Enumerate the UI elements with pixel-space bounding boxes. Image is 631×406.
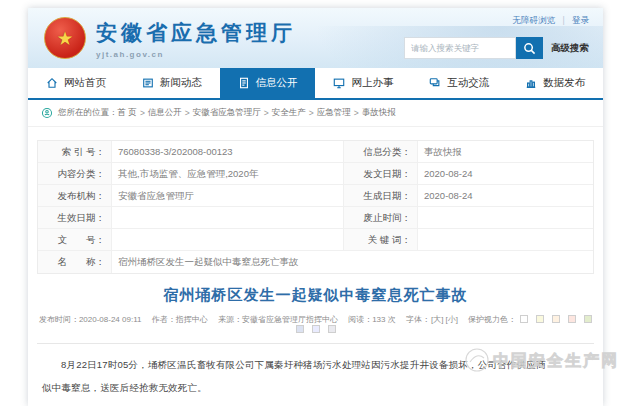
content-category-label: 内容分类： [38,163,112,185]
breadcrumb: 您所在的位置： 首 页 > 信息公开 > 安徽省应急管理厅 > 安全生产 > 应… [28,100,603,127]
article-body: 8月22日17时05分，埇桥区温氏畜牧有限公司下属秦圩种猪场污水处理站因污水提升… [28,353,603,399]
nav-label: 网站首页 [64,76,106,90]
nav-item-home[interactable]: 网站首页 [28,68,124,98]
eye-color-swatch[interactable] [584,315,592,323]
read-count: 阅读：133 次 [348,315,396,324]
page: ★ 安徽省应急管理厅 yjt.ah.gov.cn 无障碍浏览 | 登录 高级搜索 [0,0,631,406]
index-number-label: 索 引 号： [38,141,112,163]
breadcrumb-work-safety[interactable]: 安全生产 [272,107,306,119]
national-emblem-logo: ★ [44,17,86,59]
expiry-date-label: 废止时间： [344,207,418,229]
table-row: 发布机构： 安徽省应急管理厅 生成日期： 2020-08-24 [38,185,593,207]
eye-color-swatch[interactable] [296,325,304,333]
keywords-value [418,229,593,251]
link-separator: | [562,15,564,25]
site-title: 安徽省应急管理厅 [96,19,296,47]
nav-item-data-release[interactable]: 数据发布 [507,68,603,98]
table-row: 生效日期： 废止时间： [38,207,593,229]
breadcrumb-separator: > [309,108,314,118]
search-input[interactable] [404,37,516,59]
info-disclosure-icon [238,77,250,89]
nav-label: 信息公开 [256,76,298,90]
info-category-value: 事故快报 [418,141,593,163]
issue-date-label: 发文日期： [344,163,418,185]
publish-time: 发布时间：2020-08-24 09:11 [39,315,142,324]
data-release-icon [525,77,537,89]
breadcrumb-separator: > [185,108,190,118]
table-row: 名 称： 宿州埇桥区发生一起疑似中毒窒息死亡事故 [38,251,593,273]
doc-number-label: 文 号： [38,229,112,251]
index-number-value: 76080338-3/202008-00123 [112,141,344,163]
breadcrumb-separator: > [264,108,269,118]
main-nav: 网站首页 新闻动态 信息公开 网上办事 互动交流 数据发布 [28,68,603,100]
article-meta: 发布时间：2020-08-24 09:11 作者：指挥中心 来源：安徽省应急管理… [28,314,603,334]
keywords-label: 关 键 词： [344,229,418,251]
article-divider [37,343,594,344]
breadcrumb-prefix: 您所在的位置： [58,107,118,119]
eye-color-swatch[interactable] [536,315,544,323]
nav-item-online-service[interactable]: 网上办事 [315,68,411,98]
body-line-1: 8月22日17时05分，埇桥区温氏畜牧有限公司下属秦圩种猪场污水处理站因污水提升… [42,353,589,376]
publisher-label: 发布机构： [38,185,112,207]
document-meta-table: 索 引 号： 76080338-3/202008-00123 信息分类： 事故快… [37,140,594,274]
star-icon: ★ [56,29,73,48]
doc-name-value: 宿州埇桥区发生一起疑似中毒窒息死亡事故 [112,251,593,273]
author: 作者：指挥中心 [152,315,208,324]
nav-item-info-disclosure[interactable]: 信息公开 [220,68,316,98]
table-row: 内容分类： 其他,市场监管、应急管理,2020年 发文日期： 2020-08-2… [38,163,593,185]
search-bar: 高级搜索 [404,37,589,59]
nav-item-interaction[interactable]: 互动交流 [411,68,507,98]
effective-date-label: 生效日期： [38,207,112,229]
font-size-label: 字体： [406,315,430,324]
eye-color-swatch[interactable] [552,315,560,323]
breadcrumb-accident-report[interactable]: 事故快报 [362,107,396,119]
search-icon [523,42,536,55]
breadcrumb-home[interactable]: 首 页 [118,107,137,119]
top-links: 无障碍浏览 | 登录 [513,15,589,27]
home-icon [46,77,58,89]
publisher-value: 安徽省应急管理厅 [112,185,344,207]
news-icon [142,77,154,89]
nav-label: 数据发布 [543,76,585,90]
generated-date-label: 生成日期： [344,185,418,207]
breadcrumb-department[interactable]: 安徽省应急管理厅 [193,107,261,119]
advanced-search-link[interactable]: 高级搜索 [551,42,589,55]
login-link[interactable]: 登录 [572,15,589,25]
breadcrumb-separator: > [140,108,145,118]
doc-name-label: 名 称： [38,251,112,273]
generated-date-value: 2020-08-24 [418,185,593,207]
nav-item-news[interactable]: 新闻动态 [124,68,220,98]
font-larger-button[interactable]: [大] [431,315,443,324]
effective-date-value [112,207,344,229]
eye-color-swatch[interactable] [312,325,320,333]
eye-color-swatch[interactable] [568,315,576,323]
expiry-date-value [418,207,593,229]
nav-label: 新闻动态 [160,76,202,90]
breadcrumb-info-disclosure[interactable]: 信息公开 [148,107,182,119]
nav-label: 网上办事 [351,76,393,90]
eye-color-swatch[interactable] [328,325,336,333]
location-icon [41,107,53,119]
site-brand: 安徽省应急管理厅 yjt.ah.gov.cn [96,19,296,59]
interaction-icon [429,77,441,89]
doc-number-value [112,229,344,251]
eye-protection-label: 保护视力色： [468,315,516,324]
breadcrumb-separator: > [354,108,359,118]
table-row: 文 号： 关 键 词： [38,229,593,251]
source: 来源：安徽省应急管理厅指挥中心 [218,315,338,324]
body-line-2: 似中毒窒息，送医后经抢救无效死亡。 [42,376,589,399]
issue-date-value: 2020-08-24 [418,163,593,185]
table-row: 索 引 号： 76080338-3/202008-00123 信息分类： 事故快… [38,141,593,163]
eye-color-swatch[interactable] [520,315,528,323]
nav-label: 互动交流 [447,76,489,90]
site-header: ★ 安徽省应急管理厅 yjt.ah.gov.cn 无障碍浏览 | 登录 高级搜索 [28,8,603,68]
info-category-label: 信息分类： [344,141,418,163]
font-smaller-button[interactable]: [小] [445,315,457,324]
search-button[interactable] [516,37,543,59]
site-url: yjt.ah.gov.cn [96,50,296,59]
site-container: ★ 安徽省应急管理厅 yjt.ah.gov.cn 无障碍浏览 | 登录 高级搜索 [28,8,603,406]
content-category-value: 其他,市场监管、应急管理,2020年 [112,163,344,185]
breadcrumb-emergency-mgmt[interactable]: 应急管理 [317,107,351,119]
online-service-icon [333,77,345,89]
accessibility-link[interactable]: 无障碍浏览 [513,15,556,25]
